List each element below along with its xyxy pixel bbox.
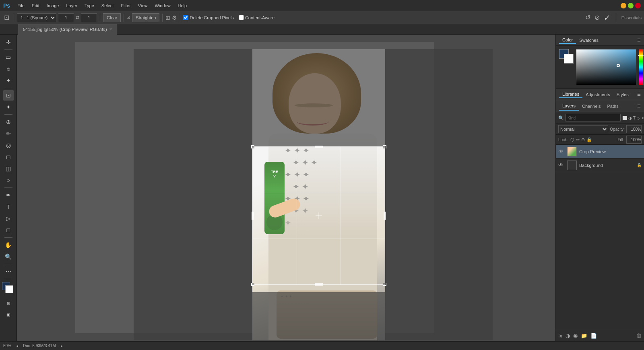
- tab-styles[interactable]: Styles: [613, 91, 632, 98]
- menu-type[interactable]: Type: [81, 2, 97, 9]
- menu-view[interactable]: View: [135, 2, 151, 9]
- tab-color[interactable]: Color: [559, 37, 576, 44]
- clear-button[interactable]: Clear: [103, 13, 121, 22]
- crop-handle-bm[interactable]: [315, 283, 323, 286]
- crop-box-container[interactable]: [252, 146, 385, 285]
- color-gradient-picker[interactable]: [576, 49, 636, 85]
- menu-image[interactable]: Image: [43, 2, 62, 9]
- lock-pixels-icon[interactable]: ⬡: [570, 137, 574, 142]
- content-aware-option[interactable]: Content-Aware: [239, 15, 275, 20]
- blend-mode-select[interactable]: Normal: [558, 125, 608, 133]
- lasso-tool[interactable]: ⌾: [3, 64, 14, 74]
- crop-handle-mr[interactable]: [384, 212, 386, 220]
- status-left-arrow[interactable]: ◂: [16, 344, 18, 348]
- overlay-grid-icon[interactable]: ⊞: [165, 14, 170, 21]
- tab-swatches[interactable]: Swatches: [576, 37, 602, 43]
- tab-adjustments[interactable]: Adjustments: [582, 91, 613, 98]
- gradient-tool[interactable]: ◫: [3, 163, 14, 174]
- lock-position-icon[interactable]: ✏: [576, 137, 580, 142]
- delete-layer-icon[interactable]: 🗑: [636, 333, 642, 339]
- menu-layer[interactable]: Layer: [63, 2, 80, 9]
- filter-pixel-icon[interactable]: ⬜: [622, 116, 627, 120]
- tab-libraries[interactable]: Libraries: [559, 91, 582, 98]
- layers-kind-select[interactable]: [566, 114, 621, 122]
- tab-channels[interactable]: Channels: [579, 102, 604, 110]
- screen-mode-btn[interactable]: ▣: [3, 309, 14, 320]
- more-tools[interactable]: ⋯: [3, 266, 14, 277]
- document-tab[interactable]: 54155.jpg @ 50% (Crop Preview, RGB/8#) ×: [18, 24, 117, 35]
- layers-panel-menu[interactable]: ☰: [637, 104, 641, 108]
- crop-box[interactable]: [252, 146, 385, 285]
- tab-close-icon[interactable]: ×: [109, 27, 112, 31]
- filter-type-icon[interactable]: T: [633, 116, 636, 120]
- crop-tool[interactable]: ⊡: [3, 90, 14, 101]
- menu-edit[interactable]: Edit: [29, 2, 43, 9]
- ratio-select[interactable]: 1 : 1 (Square): [17, 13, 56, 22]
- new-adjustment-icon[interactable]: ◉: [573, 333, 578, 339]
- magic-wand-tool[interactable]: ✦: [3, 75, 14, 86]
- layer-visibility-crop[interactable]: 👁: [558, 148, 565, 154]
- pen-tool[interactable]: ✒: [3, 190, 14, 200]
- marquee-tool[interactable]: ▭: [3, 52, 14, 62]
- filter-smart-icon[interactable]: ✦: [641, 116, 644, 120]
- layer-visibility-bg[interactable]: 👁: [558, 162, 565, 168]
- ratio-height-input[interactable]: [81, 13, 97, 22]
- ratio-width-input[interactable]: [58, 13, 74, 22]
- add-mask-icon[interactable]: ◑: [566, 333, 570, 339]
- crop-handle-br[interactable]: [383, 283, 386, 286]
- filter-adjust-icon[interactable]: ◑: [628, 116, 632, 120]
- background-color[interactable]: [5, 285, 13, 293]
- color-panel-menu[interactable]: ☰: [637, 38, 641, 42]
- content-aware-checkbox[interactable]: [239, 15, 244, 20]
- settings-icon[interactable]: ⚙: [172, 14, 177, 21]
- libraries-panel-menu[interactable]: ☰: [637, 92, 641, 97]
- crop-handle-tm[interactable]: [315, 146, 323, 148]
- eyedropper-tool[interactable]: ✦: [3, 102, 14, 112]
- crop-handle-tr[interactable]: [383, 145, 386, 148]
- menu-window[interactable]: Window: [151, 2, 173, 9]
- type-tool[interactable]: T: [3, 202, 14, 212]
- canvas-area[interactable]: ✦ ✦ ✦ ✦ ✦ ✦ ✦ ✦ ✦ ✦ ✦ ✦ ✦ ✦ ✦ ✦ ✦ TREV ✦…: [17, 35, 555, 341]
- hand-tool[interactable]: ✋: [3, 240, 14, 250]
- crop-handle-tl[interactable]: [251, 145, 254, 148]
- healing-tool[interactable]: ⊕: [3, 117, 14, 127]
- opacity-input[interactable]: [626, 125, 642, 133]
- quick-mask-btn[interactable]: ⊞: [3, 298, 14, 308]
- status-right-arrow[interactable]: ▸: [61, 344, 63, 348]
- cancel-icon[interactable]: ⊘: [594, 14, 600, 21]
- fg-bg-colors[interactable]: [2, 282, 15, 295]
- hue-slider[interactable]: [639, 49, 644, 85]
- brush-tool[interactable]: ✏: [3, 128, 14, 139]
- fill-input[interactable]: [626, 136, 642, 144]
- eraser-tool[interactable]: ◻: [3, 152, 14, 162]
- crop-handle-ml[interactable]: [252, 212, 254, 220]
- clone-tool[interactable]: ◎: [3, 140, 14, 150]
- straighten-button[interactable]: Straighten: [132, 13, 159, 22]
- new-layer-icon[interactable]: 📄: [590, 333, 597, 339]
- minimize-button[interactable]: –: [621, 3, 626, 8]
- menu-file[interactable]: File: [14, 2, 28, 9]
- layer-item-crop-preview[interactable]: 👁 Crop Preview: [556, 145, 644, 159]
- move-tool[interactable]: ✛: [3, 37, 14, 47]
- new-group-icon[interactable]: 📁: [581, 333, 587, 339]
- ratio-swap-icon[interactable]: ⇄: [76, 15, 79, 20]
- menu-help[interactable]: Help: [175, 2, 190, 9]
- maximize-button[interactable]: +: [628, 3, 634, 8]
- filter-shape-icon[interactable]: ◇: [637, 116, 640, 120]
- delete-cropped-option[interactable]: Delete Cropped Pixels: [183, 15, 233, 20]
- confirm-icon[interactable]: ✓: [604, 13, 611, 23]
- shape-tool[interactable]: □: [3, 225, 14, 235]
- tab-paths[interactable]: Paths: [604, 102, 622, 110]
- crop-handle-bl[interactable]: [251, 283, 254, 286]
- path-select-tool[interactable]: ▷: [3, 213, 14, 224]
- add-fx-icon[interactable]: fx: [558, 333, 562, 339]
- zoom-tool[interactable]: 🔍: [3, 251, 14, 262]
- tab-layers[interactable]: Layers: [559, 102, 579, 111]
- layer-item-background[interactable]: 👁 Background 🔒: [556, 159, 644, 172]
- menu-filter[interactable]: Filter: [118, 2, 134, 9]
- background-swatch[interactable]: [564, 54, 574, 64]
- menu-select[interactable]: Select: [98, 2, 117, 9]
- fg-bg-swatches[interactable]: [559, 49, 574, 64]
- delete-cropped-checkbox[interactable]: [183, 15, 188, 20]
- lock-artboards-icon[interactable]: ⊕: [581, 137, 585, 142]
